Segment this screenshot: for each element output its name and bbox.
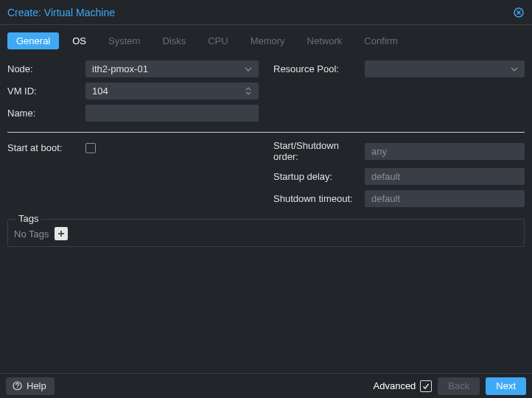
chevron-down-icon — [242, 61, 255, 77]
row-name: Name: — [7, 102, 259, 124]
row-vmid: VM ID: 104 — [7, 80, 259, 102]
startboot-checkbox[interactable] — [85, 143, 96, 153]
tab-confirm: Confirm — [355, 32, 407, 49]
shutdown-placeholder: default — [371, 193, 400, 204]
label-node: Node: — [7, 63, 85, 74]
form-left-col: Node: ith2-pmox-01 VM ID: 104 — [7, 58, 259, 125]
tab-bar: General OS System Disks CPU Memory Netwo… — [0, 25, 532, 58]
advanced-checkbox — [420, 380, 432, 392]
node-select[interactable]: ith2-pmox-01 — [85, 60, 259, 77]
divider — [7, 132, 525, 133]
row-pool: Resource Pool: — [273, 58, 525, 80]
label-startup: Startup delay: — [273, 171, 365, 182]
footer: Help Advanced Back Next — [0, 373, 532, 398]
add-tag-button[interactable] — [55, 227, 68, 240]
back-button: Back — [438, 377, 480, 395]
close-icon — [514, 7, 524, 18]
shutdown-input[interactable]: default — [365, 190, 525, 207]
row-node: Node: ith2-pmox-01 — [7, 58, 259, 80]
svg-point-6 — [17, 388, 18, 388]
row-shutdown: Shutdown timeout: default — [273, 188, 525, 209]
advanced-toggle[interactable]: Advanced — [374, 380, 433, 392]
row-startup: Startup delay: default — [273, 166, 525, 187]
tab-panel-general: Node: ith2-pmox-01 VM ID: 104 — [0, 58, 532, 373]
order-input[interactable]: any — [365, 143, 525, 160]
vmid-input[interactable]: 104 — [85, 83, 259, 100]
label-pool: Resource Pool: — [273, 63, 365, 74]
row-startboot: Start at boot: — [7, 137, 259, 158]
tab-system: System — [99, 32, 149, 49]
node-value: ith2-pmox-01 — [92, 63, 148, 74]
form-left-col-adv: Start at boot: — [7, 137, 259, 210]
label-vmid: VM ID: — [7, 85, 85, 97]
check-icon — [422, 383, 430, 390]
tab-memory: Memory — [242, 32, 294, 49]
form-area-advanced: Start at boot: Start/Shutdown order: any… — [7, 137, 525, 210]
label-startboot: Start at boot: — [7, 142, 85, 153]
tab-os[interactable]: OS — [63, 32, 95, 49]
tab-disks: Disks — [153, 32, 195, 49]
form-right-col: Resource Pool: — [273, 58, 525, 125]
label-shutdown: Shutdown timeout: — [273, 193, 365, 204]
plus-icon — [57, 230, 65, 237]
next-button[interactable]: Next — [486, 377, 526, 395]
tab-general[interactable]: General — [7, 32, 59, 49]
label-order: Start/Shutdown order: — [273, 140, 365, 162]
form-right-col-adv: Start/Shutdown order: any Startup delay:… — [273, 137, 525, 210]
chevron-down-icon — [508, 61, 521, 77]
startup-placeholder: default — [371, 171, 400, 182]
tags-fieldset: Tags No Tags — [7, 219, 525, 247]
no-tags-text: No Tags — [14, 228, 49, 240]
vmid-value: 104 — [92, 85, 108, 97]
tab-network: Network — [298, 32, 351, 49]
help-icon — [13, 381, 22, 391]
titlebar: Create: Virtual Machine — [0, 0, 532, 25]
tab-cpu: CPU — [199, 32, 237, 49]
row-order: Start/Shutdown order: any — [273, 137, 525, 165]
startup-input[interactable]: default — [365, 168, 525, 185]
help-label: Help — [27, 380, 46, 391]
form-area: Node: ith2-pmox-01 VM ID: 104 — [7, 58, 525, 125]
pool-select[interactable] — [365, 60, 525, 77]
window-title: Create: Virtual Machine — [7, 7, 115, 18]
advanced-label: Advanced — [374, 380, 416, 391]
close-button[interactable] — [513, 7, 525, 18]
label-name: Name: — [7, 108, 85, 119]
tags-legend: Tags — [15, 213, 41, 224]
spinner-icon — [242, 83, 255, 99]
name-input[interactable] — [85, 105, 259, 122]
help-button[interactable]: Help — [6, 377, 55, 395]
order-placeholder: any — [371, 146, 387, 157]
